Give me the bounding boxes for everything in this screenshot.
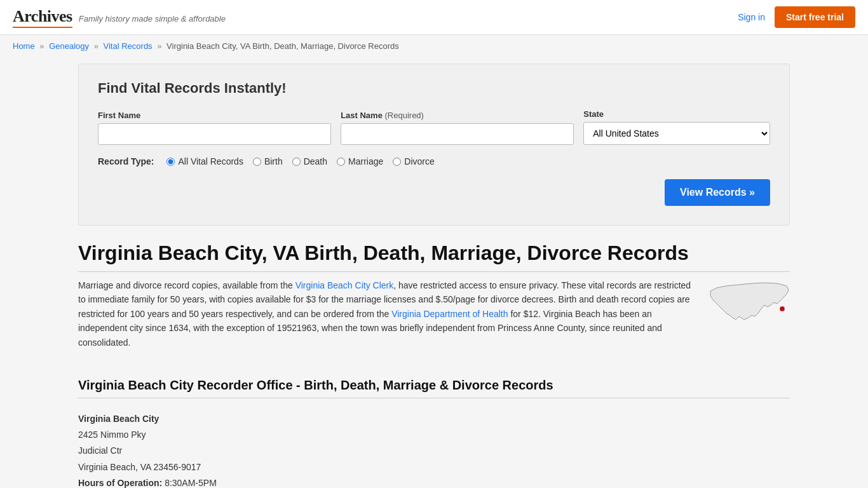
first-name-input[interactable] bbox=[98, 123, 331, 145]
address-hours: Hours of Operation: 8:30AM-5PM bbox=[78, 475, 790, 488]
radio-death-input[interactable] bbox=[292, 158, 301, 166]
record-type-row: Record Type: All Vital Records Birth Dea… bbox=[98, 156, 770, 166]
state-label: State bbox=[583, 109, 770, 119]
radio-all-vital[interactable]: All Vital Records bbox=[166, 156, 243, 166]
health-dept-link[interactable]: Virginia Department of Health bbox=[391, 309, 508, 319]
content-text: Marriage and divorce record copies, avai… bbox=[78, 278, 695, 359]
site-logo: Archives bbox=[13, 7, 72, 28]
breadcrumb-genealogy[interactable]: Genealogy bbox=[49, 41, 89, 51]
radio-birth[interactable]: Birth bbox=[253, 156, 283, 166]
content-paragraph: Marriage and divorce record copies, avai… bbox=[78, 278, 695, 349]
breadcrumb: Home » Genealogy » Vital Records » Virgi… bbox=[0, 35, 868, 57]
breadcrumb-sep-1: » bbox=[39, 41, 44, 51]
header-tagline: Family history made simple & affordable bbox=[79, 14, 226, 24]
header-left: Archives Family history made simple & af… bbox=[13, 7, 226, 28]
header-right: Sign in Start free trial bbox=[738, 6, 855, 28]
first-name-label: First Name bbox=[98, 111, 331, 120]
section-title: Virginia Beach City Recorder Office - Bi… bbox=[78, 378, 790, 398]
state-map bbox=[707, 278, 790, 359]
last-name-label: Last Name (Required) bbox=[341, 111, 574, 120]
radio-divorce-input[interactable] bbox=[393, 158, 401, 166]
radio-marriage-input[interactable] bbox=[337, 158, 345, 166]
address-block: Virginia Beach City 2425 Nimmo Pky Judic… bbox=[78, 411, 790, 488]
radio-all-label: All Vital Records bbox=[178, 156, 243, 166]
main-content: Find Vital Records Instantly! First Name… bbox=[65, 57, 803, 488]
start-trial-button[interactable]: Start free trial bbox=[775, 6, 855, 28]
btn-row: View Records » bbox=[98, 179, 770, 206]
record-type-label: Record Type: bbox=[98, 156, 154, 166]
search-fields: First Name Last Name (Required) State Al… bbox=[98, 109, 770, 145]
breadcrumb-home[interactable]: Home bbox=[13, 41, 35, 51]
search-title: Find Vital Records Instantly! bbox=[98, 80, 770, 97]
business-name: Virginia Beach City bbox=[78, 411, 790, 427]
address-suite: Judicial Ctr bbox=[78, 443, 790, 459]
first-name-group: First Name bbox=[98, 111, 331, 145]
radio-birth-label: Birth bbox=[264, 156, 283, 166]
last-name-input[interactable] bbox=[341, 123, 574, 145]
last-name-group: Last Name (Required) bbox=[341, 111, 574, 145]
radio-death[interactable]: Death bbox=[292, 156, 327, 166]
view-records-button[interactable]: View Records » bbox=[665, 179, 770, 206]
breadcrumb-sep-3: » bbox=[157, 41, 161, 51]
radio-options: All Vital Records Birth Death Marriage D… bbox=[166, 156, 434, 166]
radio-death-label: Death bbox=[304, 156, 327, 166]
radio-divorce-label: Divorce bbox=[404, 156, 434, 166]
state-group: State All United StatesAlabamaAlaskaAriz… bbox=[583, 109, 770, 145]
content-area: Marriage and divorce record copies, avai… bbox=[78, 278, 790, 359]
radio-marriage-label: Marriage bbox=[348, 156, 383, 166]
radio-marriage[interactable]: Marriage bbox=[337, 156, 383, 166]
breadcrumb-current: Virginia Beach City, VA Birth, Death, Ma… bbox=[166, 41, 399, 51]
breadcrumb-sep-2: » bbox=[94, 41, 98, 51]
radio-divorce[interactable]: Divorce bbox=[393, 156, 434, 166]
state-select[interactable]: All United StatesAlabamaAlaskaArizonaArk… bbox=[583, 122, 770, 145]
breadcrumb-vital-records[interactable]: Vital Records bbox=[104, 41, 153, 51]
svg-point-0 bbox=[780, 306, 785, 311]
hours-label: Hours of Operation: bbox=[78, 478, 162, 488]
radio-all-input[interactable] bbox=[166, 158, 175, 166]
city-clerk-link[interactable]: Virginia Beach City Clerk bbox=[295, 280, 394, 290]
page-title: Virginia Beach City, VA Birth, Death, Ma… bbox=[78, 241, 790, 272]
header: Archives Family history made simple & af… bbox=[0, 0, 868, 35]
radio-birth-input[interactable] bbox=[253, 158, 261, 166]
search-box: Find Vital Records Instantly! First Name… bbox=[78, 64, 790, 226]
sign-in-link[interactable]: Sign in bbox=[738, 12, 765, 22]
hours-text: 8:30AM-5PM bbox=[165, 478, 217, 488]
virginia-map-svg bbox=[707, 278, 790, 329]
address-city-state-zip: Virginia Beach, VA 23456-9017 bbox=[78, 459, 790, 475]
address-street: 2425 Nimmo Pky bbox=[78, 427, 790, 443]
